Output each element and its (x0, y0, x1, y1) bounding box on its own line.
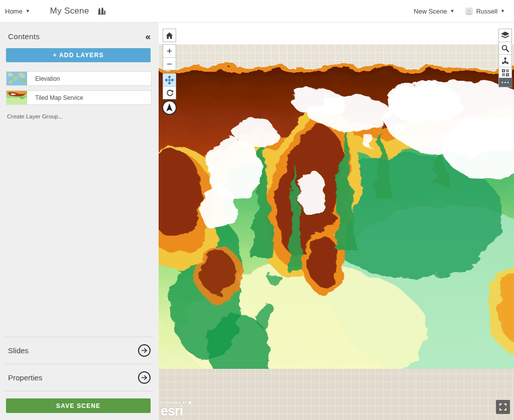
new-scene-label: New Scene (414, 8, 447, 15)
pan-icon (165, 76, 174, 84)
properties-section[interactable]: Properties (0, 364, 159, 391)
chevron-down-icon: ▼ (450, 9, 455, 14)
new-scene-menu[interactable]: New Scene ▼ (414, 8, 454, 15)
user-menu[interactable]: Russell ▼ (465, 8, 505, 15)
slides-label: Slides (8, 346, 29, 355)
compass-needle-icon (166, 103, 173, 112)
layer-item-label: Tiled Map Service (35, 94, 83, 101)
contents-panel: Contents « + ADD LAYERS Elevation (0, 23, 159, 420)
more-tools-button[interactable]: ●●● (499, 78, 512, 87)
collapse-panel-icon[interactable]: « (145, 32, 151, 41)
divider (5, 391, 154, 391)
chevron-down-icon: ▼ (500, 9, 505, 14)
sidebar-spacer (0, 119, 159, 337)
add-layers-button[interactable]: + ADD LAYERS (6, 48, 151, 62)
chevron-down-icon: ▼ (26, 9, 30, 14)
home-view-control (163, 29, 176, 42)
contents-title: Contents (8, 32, 40, 41)
plus-icon: + (167, 46, 172, 56)
search-icon (501, 45, 509, 52)
pan-mode-button[interactable] (163, 74, 176, 86)
layer-item-label: Elevation (35, 75, 60, 82)
layer-item-tiled-map-service[interactable]: Tiled Map Service (6, 90, 152, 105)
elevation-layer-thumbnail (7, 72, 27, 85)
esri-attribution: POWERED BY esri (161, 401, 191, 418)
fullscreen-button[interactable] (496, 400, 510, 414)
layer-item-elevation[interactable]: Elevation (6, 71, 152, 86)
scene-tools-control: ●●● (498, 29, 512, 87)
page-title: My Scene (50, 6, 89, 16)
zoom-control: + − (163, 44, 176, 70)
top-bar: Home ▼ My Scene New Scene ▼ Russell ▼ (0, 0, 514, 23)
compass-control[interactable] (162, 100, 177, 115)
scene-title-icon[interactable] (97, 7, 106, 15)
share-icon (501, 57, 509, 65)
user-name: Russell (476, 8, 497, 15)
terrain-3d-view[interactable] (159, 43, 514, 369)
avatar (465, 8, 473, 15)
basemap-gallery-icon (502, 69, 509, 76)
layers-tool-button[interactable] (499, 29, 511, 42)
rotate-mode-button[interactable] (163, 86, 176, 99)
navigation-mode-control (163, 73, 176, 99)
fullscreen-icon (499, 403, 506, 410)
open-slides-button[interactable] (138, 344, 151, 357)
layers-icon (501, 32, 509, 39)
open-properties-button[interactable] (138, 371, 151, 384)
ellipsis-icon: ●●● (501, 81, 510, 84)
esri-logo: esri (161, 404, 191, 418)
home-menu-label: Home (5, 8, 23, 15)
save-scene-button[interactable]: SAVE SCENE (6, 398, 151, 413)
tiled-map-service-layer-thumbnail (7, 91, 27, 104)
home-menu[interactable]: Home ▼ (5, 8, 30, 15)
basemap-tool-button[interactable] (499, 67, 511, 78)
search-tool-button[interactable] (499, 42, 511, 54)
home-view-button[interactable] (163, 29, 176, 42)
zoom-in-button[interactable]: + (163, 45, 176, 57)
create-layer-group-link[interactable]: Create Layer Group... (0, 109, 159, 119)
minus-icon: − (167, 59, 172, 69)
share-tool-button[interactable] (499, 54, 511, 67)
rotate-icon (166, 89, 174, 97)
slides-section[interactable]: Slides (0, 337, 159, 364)
scene-view[interactable]: + − (159, 23, 514, 420)
properties-label: Properties (8, 373, 42, 382)
scene-ground-grid-foreground (159, 369, 514, 420)
zoom-out-button[interactable]: − (163, 57, 176, 70)
esri-globe-icon (189, 401, 191, 404)
